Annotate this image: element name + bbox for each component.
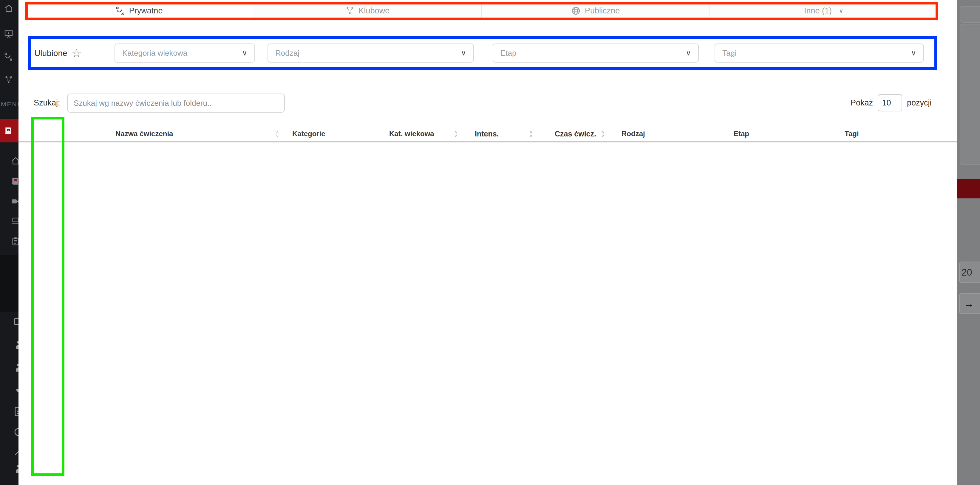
chevron-down-icon: ∨ bbox=[461, 49, 466, 57]
background-number-box: 20 bbox=[959, 262, 980, 283]
favorites-filter[interactable]: Ulubione ☆ bbox=[34, 48, 82, 59]
search-field bbox=[67, 94, 285, 113]
home-icon[interactable] bbox=[11, 156, 19, 166]
team-icon bbox=[345, 6, 355, 16]
filter-dropdown-rodzaj[interactable]: Rodzaj∨ bbox=[267, 43, 474, 63]
chevron-down-icon: ∨ bbox=[686, 49, 691, 57]
tab-label: Inne (1) bbox=[804, 6, 832, 16]
header-tagi: Tagi bbox=[844, 130, 957, 138]
person-icon[interactable] bbox=[13, 340, 19, 350]
sidebar-item-active[interactable] bbox=[0, 119, 19, 143]
page-size-control: Pokaż 10 pozycji bbox=[851, 94, 932, 111]
tab-bar: PrywatneKlubowePubliczneInne (1)∨ bbox=[25, 2, 938, 20]
tab-inne-1-[interactable]: Inne (1)∨ bbox=[710, 2, 938, 20]
screen-icon[interactable] bbox=[13, 316, 19, 327]
show-label: Pokaż bbox=[851, 98, 873, 108]
sort-icon[interactable]: ∧∨ bbox=[529, 130, 533, 138]
sort-icon[interactable]: ∧∨ bbox=[601, 130, 605, 138]
chevron-down-icon: ∨ bbox=[242, 49, 247, 57]
dropdown-placeholder: Tagi bbox=[722, 49, 737, 58]
background-box bbox=[960, 24, 980, 165]
camera-icon[interactable] bbox=[11, 197, 19, 206]
star-icon[interactable]: ☆ bbox=[72, 48, 82, 59]
page-size-select[interactable]: 10 bbox=[878, 94, 902, 111]
header-czas[interactable]: Czas ćwicz. ∧∨ bbox=[549, 130, 621, 138]
stepper-arrows-icon bbox=[894, 99, 898, 106]
search-input[interactable] bbox=[68, 98, 268, 108]
sidebar-item-home[interactable] bbox=[4, 3, 13, 13]
sidebar-item-tactics[interactable] bbox=[4, 52, 13, 61]
header-kat-wiekowa[interactable]: Kat. wiekowa ∧∨ bbox=[388, 130, 460, 138]
search-icon bbox=[268, 98, 278, 108]
background-red-band bbox=[957, 179, 980, 198]
exercise-table: Nazwa ćwiczenia ∧∨ Kategorie Kat. wiekow… bbox=[19, 126, 957, 143]
chevron-down-icon: ∨ bbox=[911, 49, 916, 57]
chevron-down-icon: ∨ bbox=[839, 7, 843, 14]
sidebar-item-team[interactable] bbox=[4, 75, 13, 85]
dimmed-background-strip: 20 → bbox=[957, 0, 980, 485]
sort-icon[interactable]: ∧∨ bbox=[454, 130, 458, 138]
tab-label: Publiczne bbox=[585, 6, 620, 16]
tab-publiczne[interactable]: Publiczne bbox=[482, 2, 710, 20]
page-size-value: 10 bbox=[882, 98, 891, 108]
globe-icon bbox=[571, 6, 581, 16]
tab-klubowe[interactable]: Klubowe bbox=[253, 2, 481, 20]
header-kategorie: Kategorie bbox=[290, 126, 388, 141]
list-icon[interactable] bbox=[13, 406, 19, 417]
line-icon[interactable] bbox=[13, 446, 19, 457]
favorites-label: Ulubione bbox=[34, 49, 67, 58]
tactics-icon bbox=[115, 6, 125, 16]
header-name[interactable]: Nazwa ćwiczenia ∧∨ bbox=[99, 130, 290, 138]
book-icon bbox=[4, 126, 13, 136]
filter-dropdown-kategoria-wiekowa[interactable]: Kategoria wiekowa∨ bbox=[115, 43, 255, 63]
header-rodzaj: Rodzaj bbox=[621, 130, 733, 138]
filter-dropdown-tagi[interactable]: Tagi∨ bbox=[714, 43, 924, 63]
sidebar-item-presentation[interactable] bbox=[4, 29, 13, 39]
dropdown-placeholder: Etap bbox=[500, 49, 517, 58]
arrow-right-button[interactable]: → bbox=[959, 293, 980, 314]
laptop-icon[interactable] bbox=[11, 216, 19, 226]
header-etap: Etap bbox=[733, 130, 844, 138]
dropdown-placeholder: Rodzaj bbox=[275, 49, 299, 58]
person-icon[interactable] bbox=[13, 464, 19, 474]
person-icon[interactable] bbox=[13, 362, 19, 373]
background-box bbox=[960, 6, 980, 23]
positions-label: pozycji bbox=[907, 98, 932, 108]
circle-icon[interactable] bbox=[13, 426, 19, 437]
sort-icon[interactable]: ∧∨ bbox=[275, 130, 279, 138]
whistle-icon[interactable] bbox=[13, 384, 19, 395]
tab-label: Klubowe bbox=[359, 6, 390, 16]
tab-label: Prywatne bbox=[129, 6, 163, 16]
filter-dropdown-etap[interactable]: Etap∨ bbox=[493, 43, 699, 63]
tab-prywatne[interactable]: Prywatne bbox=[25, 2, 253, 20]
dropdown-placeholder: Kategoria wiekowa bbox=[122, 49, 187, 58]
sidebar-dark-block bbox=[0, 255, 19, 312]
table-header: Nazwa ćwiczenia ∧∨ Kategorie Kat. wiekow… bbox=[19, 126, 957, 142]
left-sidebar: MENU bbox=[0, 0, 19, 485]
menu-label: MENU bbox=[1, 101, 19, 108]
search-label: Szukaj: bbox=[34, 98, 60, 108]
header-intens[interactable]: Intens. ∧∨ bbox=[460, 130, 549, 138]
exercise-library-panel: PrywatneKlubowePubliczneInne (1)∨ Ulubio… bbox=[19, 0, 957, 485]
clipboard-icon[interactable] bbox=[11, 236, 19, 246]
arrow-right-icon: → bbox=[964, 298, 974, 309]
book-icon[interactable] bbox=[11, 176, 19, 186]
